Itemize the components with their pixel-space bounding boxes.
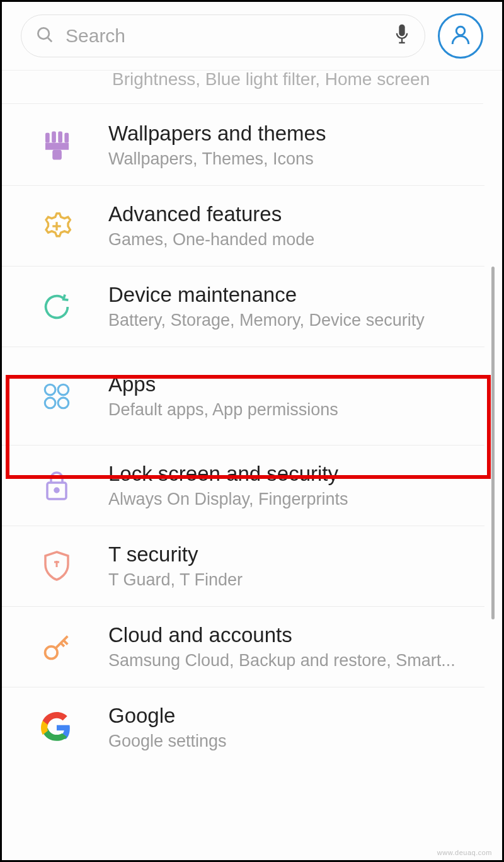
search-icon <box>35 25 54 47</box>
item-subtitle: Wallpapers, Themes, Icons <box>108 149 466 169</box>
settings-item-apps[interactable]: Apps Default apps, App permissions <box>2 347 484 445</box>
svg-rect-8 <box>58 131 62 142</box>
item-title: Wallpapers and themes <box>108 122 466 146</box>
partial-subtitle-display: Brightness, Blue light filter, Home scre… <box>2 69 483 104</box>
profile-button[interactable] <box>438 13 483 59</box>
key-icon <box>37 627 77 667</box>
settings-item-wallpapers[interactable]: Wallpapers and themes Wallpapers, Themes… <box>2 105 484 186</box>
settings-item-google[interactable]: Google Google settings <box>2 687 484 767</box>
svg-point-14 <box>45 384 55 395</box>
svg-point-17 <box>58 398 69 408</box>
settings-item-tsecurity[interactable]: T security T Guard, T Finder <box>2 526 484 607</box>
search-header <box>2 2 502 71</box>
settings-item-cloud[interactable]: Cloud and accounts Samsung Cloud, Backup… <box>2 607 484 687</box>
profile-icon <box>449 23 472 49</box>
item-title: T security <box>108 543 466 566</box>
item-title: Google <box>108 704 466 728</box>
svg-point-19 <box>55 488 59 492</box>
mic-icon[interactable] <box>393 23 411 49</box>
settings-list: Brightness, Blue light filter, Home scre… <box>2 71 502 767</box>
item-subtitle: Google settings <box>108 732 466 751</box>
svg-point-0 <box>38 28 49 39</box>
item-subtitle: T Guard, T Finder <box>108 570 466 590</box>
apps-grid-icon <box>37 376 77 417</box>
search-input[interactable] <box>66 25 382 47</box>
item-subtitle: Always On Display, Fingerprints <box>108 490 466 509</box>
svg-rect-11 <box>52 149 62 159</box>
svg-line-1 <box>48 38 52 42</box>
scroll-indicator[interactable] <box>491 267 495 619</box>
item-title: Advanced features <box>108 202 466 226</box>
item-title: Device maintenance <box>108 283 466 307</box>
item-title: Lock screen and security <box>108 462 466 486</box>
item-title: Apps <box>108 372 466 396</box>
search-bar[interactable] <box>21 14 425 57</box>
item-title: Cloud and accounts <box>108 623 466 647</box>
svg-rect-9 <box>64 132 69 142</box>
svg-rect-10 <box>45 142 69 149</box>
lock-icon <box>37 466 77 506</box>
refresh-circle-icon <box>37 287 77 327</box>
item-subtitle: Battery, Storage, Memory, Device securit… <box>108 311 466 330</box>
svg-rect-7 <box>52 131 56 142</box>
svg-point-16 <box>45 398 55 408</box>
google-icon <box>37 708 77 748</box>
item-subtitle: Samsung Cloud, Backup and restore, Smart… <box>108 651 466 670</box>
svg-rect-2 <box>399 25 404 37</box>
settings-item-maintenance[interactable]: Device maintenance Battery, Storage, Mem… <box>2 267 484 347</box>
item-subtitle: Default apps, App permissions <box>108 400 466 420</box>
gear-plus-icon <box>37 206 77 246</box>
item-subtitle: Games, One-handed mode <box>108 230 466 250</box>
settings-item-lockscreen[interactable]: Lock screen and security Always On Displ… <box>2 445 484 526</box>
svg-point-15 <box>58 384 69 395</box>
svg-point-5 <box>456 26 465 35</box>
settings-item-advanced[interactable]: Advanced features Games, One-handed mode <box>2 186 484 267</box>
svg-rect-6 <box>45 132 50 142</box>
brush-icon <box>37 125 77 166</box>
watermark: www.deuaq.com <box>437 849 492 856</box>
shield-icon <box>37 546 77 587</box>
